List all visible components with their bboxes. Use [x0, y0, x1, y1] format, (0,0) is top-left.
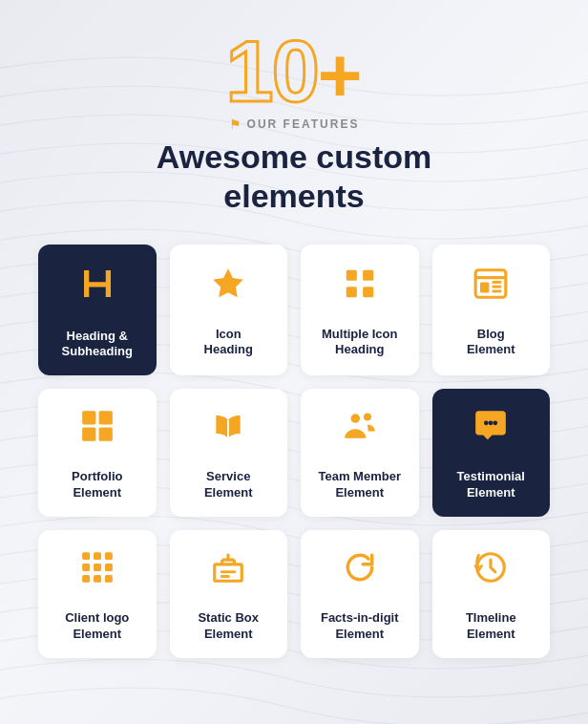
svg-point-15 — [350, 415, 360, 424]
service-icon — [210, 408, 246, 459]
header-section: 10+ ⚑ OUR FEATURES Awesome custom elemen… — [38, 29, 550, 216]
card-team-member-element[interactable]: Team MemberElement — [301, 389, 419, 517]
star-icon — [210, 266, 246, 317]
elements-grid: Heading &Subheading IconHeading Multi — [38, 245, 550, 658]
svg-rect-27 — [94, 575, 101, 583]
card-label: TestimonialElement — [457, 469, 525, 501]
clientlogo-icon — [79, 549, 116, 601]
card-label: ServiceElement — [204, 469, 253, 501]
page-wrapper: 10+ ⚑ OUR FEATURES Awesome custom elemen… — [0, 0, 588, 724]
card-static-box-element[interactable]: Static BoxElement — [170, 530, 288, 658]
svg-rect-25 — [105, 564, 113, 571]
svg-rect-20 — [82, 552, 90, 560]
staticbox-icon — [210, 549, 246, 601]
svg-rect-11 — [98, 412, 112, 425]
svg-rect-6 — [480, 282, 490, 292]
card-label: BlogElement — [467, 327, 515, 359]
card-service-element[interactable]: ServiceElement — [170, 389, 288, 517]
card-heading-subheading[interactable]: Heading &Subheading — [38, 245, 157, 376]
card-label: Client logoElement — [65, 610, 129, 643]
timeline-icon — [472, 549, 509, 601]
svg-rect-4 — [475, 269, 506, 297]
card-facts-in-digit-element[interactable]: Facts-in-digitElement — [301, 530, 419, 658]
svg-point-16 — [364, 414, 371, 421]
refresh-icon — [342, 549, 378, 601]
card-client-logo-element[interactable]: Client logoElement — [38, 530, 157, 658]
card-label: Static BoxElement — [198, 610, 259, 643]
card-multiple-icon-heading[interactable]: Multiple IconHeading — [301, 245, 419, 376]
card-testimonial-element[interactable]: TestimonialElement — [432, 389, 551, 517]
card-label: Multiple IconHeading — [322, 327, 397, 359]
svg-rect-24 — [94, 564, 101, 571]
testimonial-icon — [472, 408, 509, 459]
card-icon-heading[interactable]: IconHeading — [170, 245, 288, 376]
heading-icon — [77, 264, 117, 319]
team-icon — [342, 408, 378, 459]
portfolio-icon — [79, 408, 116, 459]
svg-rect-28 — [105, 575, 113, 583]
card-label: Heading &Subheading — [62, 329, 133, 361]
svg-rect-10 — [82, 412, 95, 425]
svg-rect-12 — [82, 428, 95, 441]
card-label: TImelineElement — [466, 610, 516, 643]
card-label: Team MemberElement — [319, 469, 401, 501]
svg-point-19 — [494, 421, 498, 426]
big-number: 10+ — [226, 29, 363, 115]
svg-rect-0 — [346, 269, 357, 280]
svg-rect-22 — [105, 552, 113, 560]
svg-point-17 — [484, 421, 489, 426]
svg-rect-3 — [363, 287, 373, 297]
grid-icon — [342, 266, 378, 317]
svg-rect-13 — [98, 428, 112, 441]
svg-rect-1 — [363, 269, 373, 280]
card-blog-element[interactable]: BlogElement — [432, 245, 551, 376]
svg-rect-23 — [82, 564, 90, 571]
card-label: IconHeading — [204, 327, 253, 359]
card-portfolio-element[interactable]: PortfolioElement — [38, 389, 157, 517]
blog-icon — [472, 266, 509, 317]
svg-point-18 — [489, 421, 494, 426]
card-timeline-element[interactable]: TImelineElement — [432, 530, 551, 658]
svg-rect-2 — [346, 287, 357, 297]
svg-rect-26 — [82, 575, 90, 583]
main-title: Awesome custom elements — [38, 138, 550, 216]
features-label: OUR FEATURES — [247, 117, 360, 131]
card-label: PortfolioElement — [72, 469, 122, 501]
card-label: Facts-in-digitElement — [321, 610, 399, 643]
svg-rect-21 — [94, 552, 101, 560]
